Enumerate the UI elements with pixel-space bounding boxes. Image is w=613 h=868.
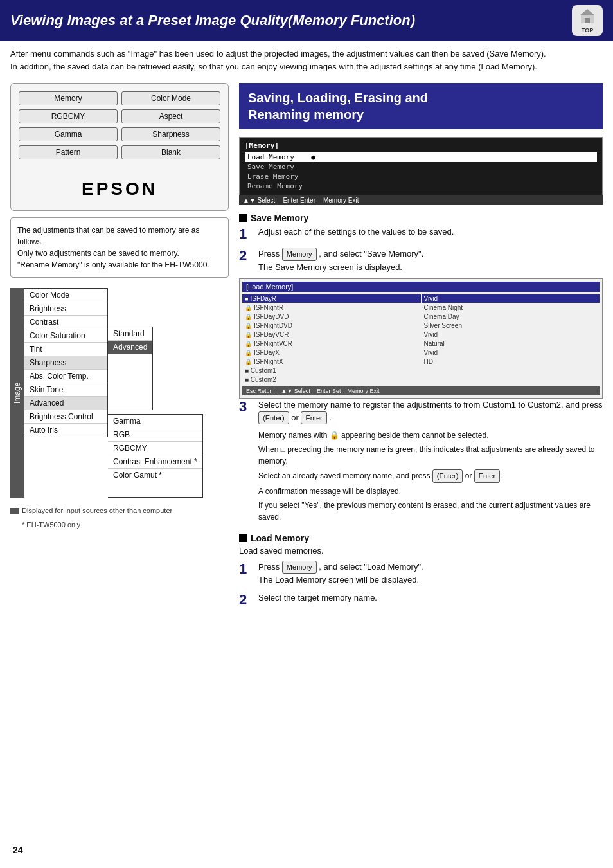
screen-item-erase: Erase Memory — [245, 172, 597, 181]
load-item-vivid2: Vivid — [422, 330, 600, 339]
save-memory-title: Save Memory — [239, 213, 603, 223]
enter-btn-4: Enter — [474, 469, 500, 483]
lock-icon-6: 🔒 — [245, 350, 252, 356]
main-content: Memory Color Mode RGBCMY Aspect Gamma Sh… — [0, 77, 613, 620]
footnote-asterisk: * EH-TW5000 only — [22, 521, 229, 529]
menu-btn-blank: Blank — [121, 145, 220, 159]
lock-icon-3: 🔒 — [245, 323, 252, 329]
memory-btn: Memory — [282, 248, 317, 261]
menu-btn-pattern: Pattern — [19, 145, 118, 159]
svg-rect-2 — [585, 18, 590, 23]
enter-btn-1: (Enter) — [258, 411, 289, 425]
lock-icon-2: 🔒 — [245, 314, 252, 320]
menu-item-sharpness: Sharpness — [24, 356, 107, 370]
load-item-vivid3: Vivid — [422, 348, 600, 357]
svg-marker-1 — [580, 9, 595, 15]
menu-grid: Memory Color Mode RGBCMY Aspect Gamma Sh… — [19, 91, 220, 159]
intro-text: After menu commands such as "Image" has … — [10, 48, 603, 73]
sub-rgb: RGB — [108, 428, 202, 442]
page-title: Viewing Images at a Preset Image Quality… — [10, 12, 415, 29]
load-item-silverscreen: Silver Screen — [422, 321, 600, 330]
footnote: Displayed for input sources other than c… — [10, 507, 229, 514]
menu-item-brightness: Brightness — [24, 302, 107, 316]
image-menu-diagram: Image Color Mode Brightness Contrast Col… — [10, 288, 229, 498]
load-memory-section: Load Memory Load saved memories. 1 Press… — [239, 533, 603, 613]
sub-rgbcmy: RGBCMY — [108, 442, 202, 455]
menu-item-autoiris: Auto Iris — [24, 424, 107, 437]
step3-sub2: When □ preceding the memory name is gree… — [258, 444, 603, 467]
menu-item-contrast: Contrast — [24, 316, 107, 329]
sharpness-submenu: Standard Advanced — [108, 327, 153, 410]
save-memory-section: Save Memory 1 Adjust each of the setting… — [239, 213, 603, 523]
image-menu-items: Color Mode Brightness Contrast Color Sat… — [24, 288, 108, 437]
projector-box: Memory Color Mode RGBCMY Aspect Gamma Sh… — [10, 83, 229, 211]
menu-btn-rgbcmy: RGBCMY — [19, 109, 118, 123]
menu-item-skintone: Skin Tone — [24, 383, 107, 397]
load-screen-bar: Esc Return ▲▼ Select Enter Set Memory Ex… — [242, 386, 600, 395]
top-icon: TOP — [572, 5, 603, 36]
memory-screen-mockup: [Memory] Load Memory ● Save Memory Erase… — [239, 137, 603, 205]
load-item-empty1 — [422, 366, 600, 375]
load-item-isfdayvcr: 🔒 ISFDayVCR — [242, 330, 421, 339]
save-step-2: 2 Press Memory , and select "Save Memory… — [239, 248, 603, 273]
load-screen-grid: ■ ISFDayR Vivid 🔒 ISFNightR Cinema Night… — [242, 294, 600, 384]
menu-item-colormode: Color Mode — [24, 289, 107, 302]
load-item-isfnightr: 🔒 ISFNightR — [242, 303, 421, 312]
load-item-isfnightx: 🔒 ISFNightX — [242, 357, 421, 366]
load-item-custom1: ■ Custom1 — [242, 366, 421, 375]
save-step-3: 3 Select the memory name to register the… — [239, 399, 603, 424]
menu-item-abscolortemp: Abs. Color Temp. — [24, 370, 107, 383]
save-step-1: 1 Adjust each of the settings to the val… — [239, 226, 603, 242]
sub-contrast-enhancement: Contrast Enhancement * — [108, 455, 202, 469]
load-memory-title: Load Memory — [239, 533, 603, 543]
menu-item-brightnesscontrol: Brightness Control — [24, 410, 107, 424]
lock-icon-1: 🔒 — [245, 305, 252, 311]
enter-btn-2: Enter — [301, 411, 326, 425]
check-icon: ■ — [245, 296, 248, 302]
load-item-cinemanight: Cinema Night — [422, 303, 600, 312]
load-item-isfdayr: ■ ISFDayR — [242, 294, 421, 303]
screen-item-save: Save Memory — [245, 162, 597, 172]
screen-bottom-bar: ▲▼ Select Enter Enter Memory Exit — [239, 195, 603, 205]
screen-item-rename: Rename Memory — [245, 181, 597, 191]
lock-icon-5: 🔒 — [245, 341, 252, 347]
load-item-natural: Natural — [422, 339, 600, 348]
menu-btn-gamma: Gamma — [19, 127, 118, 141]
load-step-1: 1 Press Memory , and select "Load Memory… — [239, 561, 603, 586]
sub-advanced: Advanced — [108, 341, 152, 354]
step3-sub4: A confirmation message will be displayed… — [258, 485, 603, 497]
load-item-isfdayx: 🔒 ISFDayX — [242, 348, 421, 357]
section-header: Saving, Loading, Erasing and Renaming me… — [239, 83, 603, 129]
menu-item-tint: Tint — [24, 343, 107, 356]
load-item-custom2: ■ Custom2 — [242, 375, 421, 384]
load-step-2: 2 Select the target memory name. — [239, 592, 603, 608]
left-column: Memory Color Mode RGBCMY Aspect Gamma Sh… — [10, 83, 229, 613]
image-label: Image — [10, 288, 24, 498]
sub-gamma: Gamma — [108, 415, 202, 428]
lock-icon-4: 🔒 — [245, 332, 252, 338]
menu-item-advanced: Advanced — [24, 397, 107, 410]
screen-item-load: Load Memory ● — [245, 152, 597, 162]
page-header: Viewing Images at a Preset Image Quality… — [0, 0, 613, 41]
sub-standard: Standard — [108, 327, 152, 341]
step3-sub3: Select an already saved memory name, and… — [258, 469, 603, 483]
step3-sub1: Memory names with 🔒 appearing beside the… — [258, 429, 603, 441]
page-number: 24 — [13, 845, 23, 855]
right-column: Saving, Loading, Erasing and Renaming me… — [239, 83, 603, 613]
advanced-submenu: Gamma RGB RGBCMY Contrast Enhancement * … — [108, 414, 203, 498]
load-item-isfdaydvd: 🔒 ISFDayDVD — [242, 312, 421, 321]
load-item-isfnightvcr: 🔒 ISFNightVCR — [242, 339, 421, 348]
load-item-vivid-right: Vivid — [422, 294, 600, 303]
menu-btn-colormode: Color Mode — [121, 91, 220, 105]
step3-sub5: If you select "Yes", the previous memory… — [258, 500, 603, 523]
menu-item-colorsaturation: Color Saturation — [24, 329, 107, 343]
side-note: The adjustments that can be saved to mem… — [10, 217, 229, 278]
load-item-cinemaday: Cinema Day — [422, 312, 600, 321]
epson-logo: EPSON — [19, 166, 220, 203]
load-item-empty2 — [422, 375, 600, 384]
footnote-box — [10, 508, 19, 514]
sub-color-gamut: Color Gamut * — [108, 469, 202, 482]
menu-btn-memory: Memory — [19, 91, 118, 105]
load-item-isfnightdvd: 🔒 ISFNightDVD — [242, 321, 421, 330]
memory-screen: [Memory] Load Memory ● Save Memory Erase… — [239, 137, 603, 195]
